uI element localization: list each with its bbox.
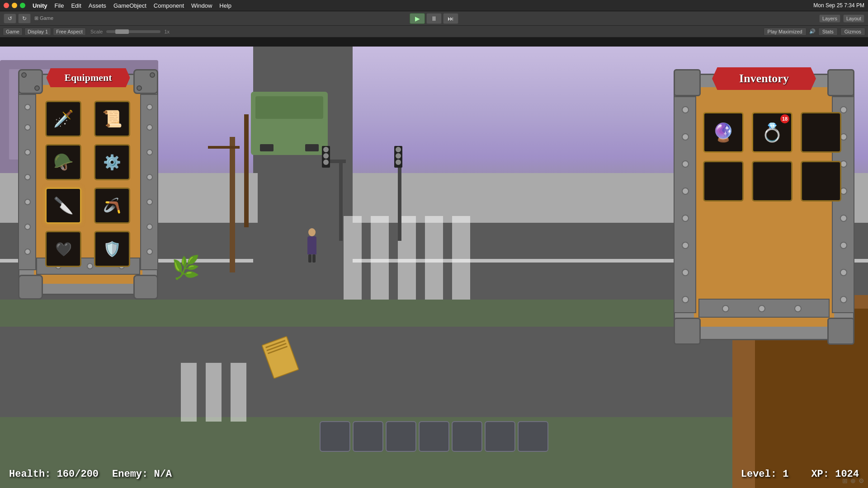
maximize-button[interactable]: [20, 3, 25, 8]
gizmos-btn[interactable]: Gizmos: [840, 28, 865, 36]
equip-slot-0[interactable]: 🗡️: [45, 101, 81, 137]
crosswalk-4: [425, 216, 443, 302]
clock: Mon Sep 25 7:34 PM: [813, 2, 864, 9]
speaker-icon[interactable]: 🔊: [809, 28, 816, 34]
menu-bar: Unity File Edit Assets GameObject Compon…: [0, 0, 868, 11]
game-toolbar-right: Play Maximized 🔊 Stats Gizmos: [764, 28, 865, 36]
traffic-light: [322, 146, 330, 168]
layers-dropdown[interactable]: Layers: [819, 14, 840, 23]
health-label: Health: 160/200: [9, 469, 99, 480]
hud-health-bar: Health: 160/200 Enemy: N/A: [9, 469, 172, 480]
enemy-value: N/A: [154, 469, 172, 480]
hotbar-slot-3[interactable]: [419, 421, 449, 452]
inv-bottom-strip: [698, 299, 830, 318]
app-name-menu[interactable]: Unity: [29, 0, 51, 11]
menu-right: Mon Sep 25 7:34 PM: [813, 2, 864, 9]
inventory-panel: Inventory 🔮 💍 18: [674, 65, 854, 345]
inv-slot-2[interactable]: [801, 112, 841, 153]
equip-icon-2: 🪖: [53, 153, 74, 172]
menu-gameobject[interactable]: GameObject: [110, 0, 150, 11]
step-button[interactable]: ⏭: [443, 13, 458, 24]
window-controls[interactable]: [4, 3, 25, 8]
traffic-pole-2: [398, 160, 401, 241]
undo-btn[interactable]: ↺: [4, 14, 16, 23]
level-value: 1: [783, 469, 788, 480]
game-view-toolbar: Game Display 1 Free Aspect Scale 1x Play…: [0, 26, 868, 38]
equip-icon-0: 🗡️: [53, 109, 74, 128]
menu-assets[interactable]: Assets: [85, 0, 110, 11]
enemy-label: Enemy: N/A: [112, 469, 172, 480]
display-dropdown[interactable]: Display 1: [24, 28, 51, 36]
equip-slot-1[interactable]: 📜: [94, 101, 130, 137]
aspect-dropdown[interactable]: Free Aspect: [53, 28, 86, 36]
crosswalk-5: [452, 216, 470, 302]
equipment-title-banner: Equipment: [46, 68, 130, 87]
corner-tr: [133, 69, 158, 94]
hotbar-slot-2[interactable]: [386, 421, 416, 452]
inventory-title-banner: Inventory: [712, 67, 816, 90]
inv-slot-1-badge: 18: [780, 114, 789, 123]
inv-icon-0: 🔮: [712, 122, 735, 143]
electric-pole-arm: [208, 146, 240, 149]
stats-btn[interactable]: Stats: [818, 28, 838, 36]
inv-slot-1[interactable]: 💍 18: [752, 112, 793, 153]
menu-help[interactable]: Help: [216, 0, 235, 11]
close-button[interactable]: [4, 3, 9, 8]
pause-button[interactable]: ⏸: [426, 13, 442, 24]
equip-slot-4[interactable]: 🔪: [45, 188, 81, 224]
inv-corner-tr: [827, 69, 854, 96]
unity-toolbar: ↺ ↻ ⊞ Game ▶ ⏸ ⏭ Layers Layout: [0, 11, 868, 26]
left-stone: [18, 94, 36, 270]
play-maximized-btn[interactable]: Play Maximized: [764, 28, 807, 36]
equip-icon-1: 📜: [102, 109, 123, 128]
scale-value: 1x: [164, 29, 170, 34]
equip-slot-2[interactable]: 🪖: [45, 144, 81, 180]
scene-label: ⊞ Game: [34, 15, 53, 21]
hotbar-slot-1[interactable]: [353, 421, 383, 452]
electric-pole-1: [230, 137, 235, 272]
equip-icon-4: 🔪: [53, 196, 74, 215]
level-display: Level: 1: [741, 469, 789, 480]
equip-slot-6[interactable]: 🖤: [45, 231, 81, 267]
hotbar-slot-5[interactable]: [485, 421, 515, 452]
inv-slot-3[interactable]: [703, 161, 744, 202]
minimize-button[interactable]: [12, 3, 17, 8]
scale-label: Scale: [90, 29, 103, 34]
crosswalk-b2: [206, 363, 222, 422]
player-character: [307, 236, 316, 254]
equip-slot-5[interactable]: 🪃: [94, 188, 130, 224]
health-value: 160/200: [57, 469, 99, 480]
inventory-slots-grid: 🔮 💍 18: [703, 112, 841, 202]
equipment-slots-grid: 🗡️ 📜 🪖 ⚙️ 🔪 🪃 🖤 🛡️: [45, 101, 136, 267]
equip-slot-7[interactable]: 🛡️: [94, 231, 130, 267]
menu-component[interactable]: Component: [150, 0, 188, 11]
crosswalk-2: [371, 216, 389, 302]
layout-dropdown[interactable]: Layout: [843, 14, 864, 23]
inv-slot-5[interactable]: [801, 161, 841, 202]
plant-1: 🌿: [172, 254, 200, 281]
equip-slot-3[interactable]: ⚙️: [94, 144, 130, 180]
menu-window[interactable]: Window: [188, 0, 216, 11]
hotbar: [320, 421, 548, 452]
hotbar-slot-4[interactable]: [452, 421, 482, 452]
inv-corner-br: [827, 318, 854, 345]
menu-file[interactable]: File: [51, 0, 68, 11]
grid-icon: ⊞: [842, 477, 848, 484]
redo-btn[interactable]: ↻: [18, 14, 31, 23]
equipment-panel: Equipment 🗡️ 📜 🪖 ⚙️ 🔪 🪃: [18, 65, 158, 300]
hud-level-xp: Level: 1 XP: 1024: [741, 469, 859, 480]
hotbar-slot-6[interactable]: [518, 421, 548, 452]
game-view: 🌿: [0, 47, 868, 488]
hotbar-slot-0[interactable]: [320, 421, 350, 452]
inv-slot-4[interactable]: [752, 161, 793, 202]
equip-icon-3: ⚙️: [103, 154, 121, 171]
play-button[interactable]: ▶: [410, 13, 425, 24]
play-controls: ▶ ⏸ ⏭: [410, 13, 458, 24]
equip-icon-7: 🛡️: [103, 240, 121, 258]
menu-edit[interactable]: Edit: [67, 0, 85, 11]
game-dropdown[interactable]: Game: [3, 28, 23, 36]
inv-slot-0[interactable]: 🔮: [703, 112, 744, 153]
inv-corner-tl: [674, 69, 701, 96]
crosswalk-b3: [231, 363, 246, 422]
scale-slider[interactable]: [106, 30, 160, 33]
